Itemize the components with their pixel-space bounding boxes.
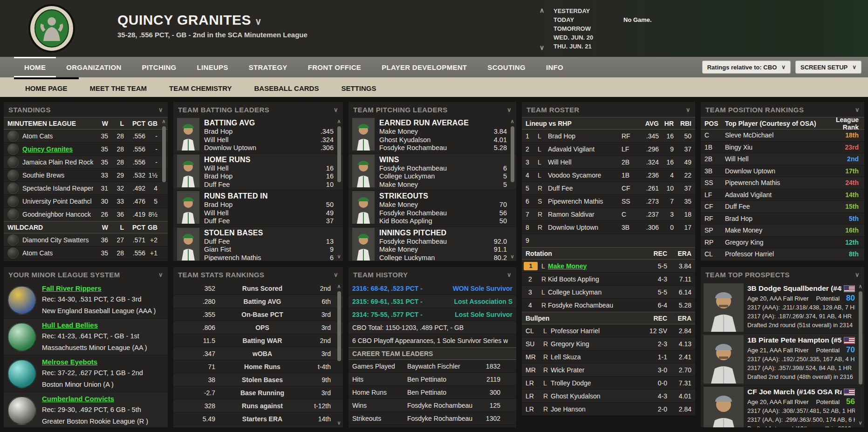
player-link[interactable]: Will Hell — [204, 165, 326, 173]
team-link[interactable]: Goodneighbor Hancock — [22, 211, 93, 218]
player-link[interactable]: Kid Boots Appling — [379, 217, 499, 226]
team-link[interactable]: Cumberland Convicts — [42, 394, 164, 404]
team-link[interactable]: Atom Cats — [22, 249, 93, 257]
schedule-down-icon[interactable]: ∨ — [540, 44, 549, 51]
team-link[interactable]: Quincy Granites — [22, 145, 93, 153]
lineup-row[interactable]: 7RRamon SaldivarC.237318 — [522, 208, 695, 221]
rotation-row[interactable]: 2RKid Boots Appling4-37.11 — [522, 273, 695, 286]
player-link[interactable]: Gregory King — [725, 239, 828, 246]
player-link[interactable]: Adavald Vigilant — [725, 191, 828, 199]
player-link[interactable]: Ben Pettinato — [407, 376, 485, 383]
team-link[interactable]: University Point Deathcl — [22, 198, 93, 205]
bullpen-row[interactable]: SURGregory King2-34.13 — [522, 337, 695, 350]
player-link[interactable]: College Luckyman — [379, 254, 494, 261]
player-link[interactable]: Will Hell — [204, 209, 326, 218]
player-link[interactable]: Brad Hop — [204, 201, 326, 209]
player-link[interactable]: Make Money — [379, 201, 499, 209]
bullpen-row[interactable]: LRRGhost Kyudalson4-34.01 — [522, 390, 695, 403]
lineup-row[interactable]: 2LAdavald VigilantLF.296937 — [522, 143, 695, 156]
ratings-relative-dropdown[interactable]: Ratings relative to: CBO∨ — [702, 61, 791, 74]
player-link[interactable]: Duff Fee — [204, 217, 326, 226]
team-name-dropdown[interactable]: QUINCY GRANITES∨ — [117, 12, 308, 28]
tab-organization[interactable]: ORGANIZATION — [56, 57, 131, 77]
rotation-row[interactable]: 1 L Make Money 5-53.84 — [522, 260, 695, 273]
scrollbar[interactable]: ∧∨ — [857, 283, 864, 426]
team-link[interactable]: Southie Brews — [22, 171, 93, 179]
lineup-row[interactable]: 6SPipewrench MathisSS.273735 — [522, 195, 695, 208]
rotation-row[interactable]: 4RFosdyke Rochambeau6-45.28 — [522, 299, 695, 312]
collapse-panel-icon[interactable]: ∨ — [334, 106, 338, 113]
subtab-meet-the-team[interactable]: MEET THE TEAM — [79, 77, 158, 97]
collapse-panel-icon[interactable]: ∨ — [686, 106, 690, 113]
schedule-up-icon[interactable]: ∧ — [540, 7, 549, 14]
player-link[interactable]: Fosdyke Rochambeau — [379, 238, 494, 246]
player-link[interactable]: 3B Dodge Squallbender (#45 OSA Rank) — [747, 284, 842, 293]
screen-setup-dropdown[interactable]: SCREEN SETUP∨ — [795, 61, 861, 74]
tab-lineups[interactable]: LINEUPS — [187, 57, 239, 77]
player-link[interactable]: Duff Fee — [204, 238, 326, 246]
team-link[interactable]: Diamond City Swatters — [22, 236, 93, 244]
tab-home[interactable]: HOME — [14, 57, 56, 77]
player-link[interactable]: Fosdyke Rochambeau — [407, 415, 485, 422]
player-link[interactable]: Ben Pettinato — [407, 389, 485, 396]
scrollbar[interactable]: ∧∨ — [335, 118, 342, 260]
collapse-panel-icon[interactable]: ∨ — [334, 271, 338, 278]
lineup-row[interactable]: 5RDuff FeeCF.2611037 — [522, 182, 695, 195]
player-link[interactable]: Duff Fee — [204, 181, 326, 189]
subtab-home-page[interactable]: HOME PAGE — [14, 77, 79, 97]
subtab-settings[interactable]: SETTINGS — [330, 77, 387, 97]
team-link[interactable]: Fall River Rippers — [42, 283, 164, 294]
player-link[interactable]: Pipewrench Mathis — [204, 254, 330, 261]
collapse-panel-icon[interactable]: ∨ — [158, 106, 163, 113]
player-link[interactable]: Fosdyke Rochambeau — [379, 209, 499, 218]
collapse-panel-icon[interactable]: ∨ — [507, 106, 512, 113]
bullpen-row[interactable]: MRRWick Prater3-02.70 — [522, 363, 695, 377]
player-link[interactable]: Make Money — [548, 262, 640, 270]
scrollbar[interactable]: ∧ — [160, 118, 167, 260]
player-link[interactable]: Ghost Kyudalson — [379, 136, 494, 144]
lineup-row[interactable]: 8RDownlow Uptown3B.306017 — [522, 221, 695, 234]
collapse-panel-icon[interactable]: ∨ — [507, 271, 512, 278]
player-link[interactable]: Pipewrench Mathis — [725, 179, 828, 186]
player-link[interactable]: Duff Fee — [725, 203, 828, 210]
scrollbar[interactable]: ∧∨ — [509, 118, 516, 260]
bullpen-row[interactable]: CLLProfessor Harriel12 SV2.84 — [522, 324, 695, 337]
tab-pitching[interactable]: PITCHING — [132, 57, 187, 77]
team-logo-quincy-granites[interactable] — [27, 4, 76, 53]
player-link[interactable]: Make Money — [379, 128, 494, 136]
lineup-row[interactable]: 3LWill Hell2B.3241649 — [522, 156, 695, 169]
player-link[interactable]: Brad Hop — [204, 128, 321, 136]
team-link[interactable]: Jamaica Plain Red Rock — [22, 158, 93, 166]
tab-player-development[interactable]: PLAYER DEVELOPMENT — [371, 57, 477, 77]
player-link[interactable]: Make Money — [379, 181, 503, 189]
bullpen-row[interactable]: LRRJoe Hanson2-02.84 — [522, 403, 695, 416]
team-link[interactable]: Spectacle Island Reaper — [22, 185, 93, 192]
player-link[interactable]: Will Hell — [204, 136, 321, 144]
player-link[interactable]: Brad Hop — [725, 215, 828, 222]
lineup-row[interactable]: 1LBrad HopRF.3451650 — [522, 130, 695, 143]
player-link[interactable]: Professor Harriel — [725, 250, 828, 258]
player-link[interactable]: Make Money — [725, 226, 828, 234]
collapse-panel-icon[interactable]: ∨ — [855, 271, 860, 278]
player-link[interactable]: Downlow Uptown — [204, 144, 321, 152]
player-link[interactable]: Fosdyke Rochambeau — [407, 402, 485, 409]
player-link[interactable]: Brad Hop — [204, 172, 326, 181]
tab-info[interactable]: INFO — [536, 57, 574, 77]
collapse-panel-icon[interactable]: ∨ — [158, 271, 163, 278]
player-link[interactable]: 1B Pirate Pete Hampton (#52 OSA Rank) — [747, 336, 842, 344]
bullpen-row[interactable]: LRLTrolley Dodge0-07.31 — [522, 377, 695, 390]
collapse-panel-icon[interactable]: ∨ — [855, 106, 860, 113]
player-link[interactable]: Sleve McDichael — [725, 131, 828, 139]
player-link[interactable]: Fosdyke Rochambeau — [379, 144, 494, 152]
rotation-row[interactable]: 3LCollege Luckyman5-56.14 — [522, 286, 695, 299]
team-link[interactable]: Atom Cats — [22, 132, 93, 140]
tab-scouting[interactable]: SCOUTING — [477, 57, 536, 77]
tab-strategy[interactable]: STRATEGY — [239, 57, 298, 77]
player-link[interactable]: College Luckyman — [379, 172, 503, 181]
lineup-row[interactable]: 9 — [522, 234, 695, 247]
player-link[interactable]: Will Hell — [725, 155, 828, 163]
bullpen-row[interactable]: MRRLell Skuza1-12.41 — [522, 350, 695, 363]
tab-front-office[interactable]: FRONT OFFICE — [298, 57, 371, 77]
lineup-row[interactable]: 4LVoodoo Sycamore1B.236422 — [522, 169, 695, 182]
player-link[interactable]: Fosdyke Rochambeau — [379, 165, 503, 173]
